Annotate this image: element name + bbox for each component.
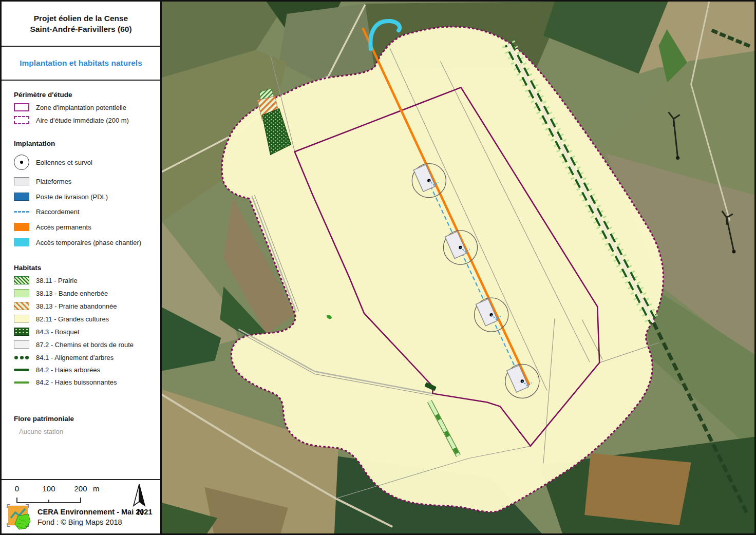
legend-item-grandes-cultures: 82.11 - Grandes cultures [14,315,155,323]
zip-swatch-icon [14,103,29,111]
legend-item-alignement: 84.1 - Alignement d'arbres [14,353,155,361]
legend-item-chemins: 87.2 - Chemins et bords de route [14,340,155,349]
turbine-point [521,379,524,383]
map-canvas [162,2,754,533]
svg-text:m: m [93,484,100,493]
credits: CERA Environnement - Mai 2021 Fond : © B… [6,504,152,530]
svg-text:0: 0 [15,484,19,493]
legend-item-haies-arborees: 84.2 - Haies arborées [14,366,155,374]
legend-label: Plateformes [36,178,71,185]
legend-item-pdl: Poste de livraison (PDL) [14,193,155,201]
legend-heading-habitats: Habitats [14,264,155,272]
acces-temporaires-swatch-icon [14,238,29,246]
legend-item-haies-buissonnantes: 84.2 - Haies buissonnantes [14,378,155,386]
credit-author: CERA Environnement - Mai 2021 [37,508,152,516]
platform-swatch-icon [14,177,29,185]
legend-label: Accès permanents [36,223,91,231]
prairie-swatch-icon [14,276,29,284]
legend-item-aei: Aire d'étude immédiate (200 m) [14,116,155,124]
legend-label: Accès temporaires (phase chantier) [36,239,141,246]
map-svg [162,2,754,533]
legend-label: 87.2 - Chemins et bords de route [36,341,134,349]
project-title-line2: Saint-André-Farivillers (60) [30,25,131,34]
haies-buissonnantes-line-icon [14,381,29,384]
legend-label: 84.2 - Haies buissonnantes [36,378,117,386]
flore-note: Aucune station [19,428,155,435]
title-block: Projet éolien de la Cense Saint-André-Fa… [2,2,160,47]
legend-label: 82.11 - Grandes cultures [36,315,109,323]
legend-label: 38.13 - Prairie abandonnée [36,302,117,310]
chemins-swatch-icon [14,340,29,349]
bosquet-swatch-icon [14,328,29,336]
legend-item-raccordement: Raccordement [14,208,155,216]
turbine-symbol-icon [14,155,29,170]
legend-item-bande-enherbee: 38.13 - Bande enherbée [14,289,155,297]
legend-heading-perimetre: Périmètre d'étude [14,91,155,99]
legend-item-zip: Zone d'implantation potentielle [14,103,155,111]
map-footer: 0 100 200 m N CERA En [2,479,160,533]
legend-item-acces-permanents: Accès permanents [14,223,155,231]
svg-text:200: 200 [74,484,87,493]
legend-label: 84.2 - Haies arborées [36,366,100,374]
credit-basemap: Fond : © Bing Maps 2018 [37,518,152,526]
legend-label: 38.11 - Prairie [36,277,78,284]
map-subtitle: Implantation et habitats naturels [20,59,142,68]
legend-label: 84.1 - Alignement d'arbres [36,354,114,361]
aei-swatch-icon [14,116,29,124]
legend-item-acces-temporaires: Accès temporaires (phase chantier) [14,238,155,246]
project-title-line1: Projet éolien de la Cense [34,14,128,23]
haies-arborees-line-icon [14,369,29,371]
grandes-cultures-swatch-icon [14,315,29,323]
map-sheet: Projet éolien de la Cense Saint-André-Fa… [0,0,756,535]
legend-label: Eoliennes et survol [36,159,92,166]
alignement-arbres-icon [14,353,29,361]
legend-label: Poste de livraison (PDL) [36,193,108,201]
pdl-swatch-icon [14,193,29,201]
acces-permanents-swatch-icon [14,223,29,231]
prairie-abandonnee-swatch-icon [14,302,29,310]
legend-label: Zone d'implantation potentielle [36,104,126,111]
legend-item-prairie-abandonnee: 38.13 - Prairie abandonnée [14,302,155,310]
legend-item-eoliennes: Eoliennes et survol [14,155,155,170]
svg-text:100: 100 [42,484,55,493]
legend-item-bosquet: 84.3 - Bosquet [14,328,155,336]
legend-heading-implantation: Implantation [14,140,155,147]
legend-item-plateformes: Plateformes [14,177,155,185]
legend-label: 84.3 - Bosquet [36,328,80,336]
legend-label: Raccordement [36,208,80,216]
legend-sidebar: Projet éolien de la Cense Saint-André-Fa… [2,2,162,533]
legend-label: 38.13 - Bande enherbée [36,290,108,297]
legend-heading-flore: Flore patrimoniale [14,415,155,423]
map-subtitle-block: Implantation et habitats naturels [2,47,160,81]
legend: Périmètre d'étude Zone d'implantation po… [2,81,160,435]
legend-item-prairie: 38.11 - Prairie [14,276,155,284]
cera-logo-icon [6,504,32,530]
bande-enherbee-swatch-icon [14,289,29,297]
raccordement-line-icon [14,211,29,213]
legend-label: Aire d'étude immédiate (200 m) [36,117,129,124]
